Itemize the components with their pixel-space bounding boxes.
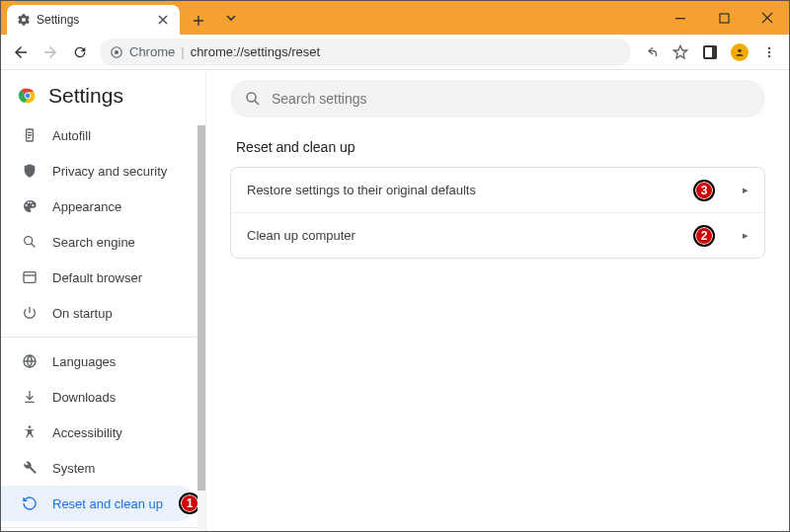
- window-titlebar: Settings: [1, 1, 789, 35]
- svg-rect-0: [675, 18, 685, 19]
- wrench-icon: [21, 459, 39, 477]
- chrome-scheme-icon: [110, 45, 123, 59]
- back-button[interactable]: [7, 38, 35, 66]
- profile-avatar-button[interactable]: [726, 38, 753, 66]
- svg-rect-12: [24, 272, 36, 283]
- sidebar-scrollbar-thumb[interactable]: [198, 125, 205, 491]
- search-icon: [244, 90, 262, 108]
- annotation-marker-3: 3: [693, 180, 715, 201]
- browser-tab-settings[interactable]: Settings: [7, 5, 180, 35]
- url-path: chrome://settings/reset: [191, 44, 321, 59]
- shield-icon: [21, 162, 39, 180]
- avatar-icon: [731, 43, 749, 61]
- sidebar: Settings Autofill Privacy and security A…: [1, 70, 206, 531]
- sidebar-item-label: Search engine: [52, 235, 135, 250]
- close-icon[interactable]: [156, 13, 170, 27]
- row-restore-defaults[interactable]: Restore settings to their original defau…: [231, 168, 764, 212]
- section-title: Reset and clean up: [236, 139, 765, 155]
- sidebar-item-label: Autofill: [52, 128, 91, 143]
- address-bar: Chrome | chrome://settings/reset: [1, 35, 789, 70]
- row-clean-up-computer[interactable]: Clean up computer 2 ▸: [231, 212, 764, 258]
- svg-point-14: [29, 425, 32, 428]
- reset-card: Restore settings to their original defau…: [230, 167, 765, 259]
- chrome-menu-button[interactable]: [755, 38, 783, 66]
- tab-strip: Settings: [1, 1, 209, 35]
- content-area: Settings Autofill Privacy and security A…: [1, 70, 789, 531]
- tab-title: Settings: [37, 13, 150, 27]
- sidebar-item-search-engine[interactable]: Search engine: [1, 224, 205, 260]
- sidebar-item-autofill[interactable]: Autofill: [1, 117, 205, 153]
- reload-button[interactable]: [66, 38, 94, 66]
- svg-point-7: [768, 54, 770, 56]
- sidebar-item-label: Privacy and security: [52, 164, 167, 179]
- sidebar-item-privacy[interactable]: Privacy and security: [1, 153, 205, 189]
- new-tab-button[interactable]: [188, 10, 209, 32]
- sidebar-item-label: Default browser: [52, 270, 142, 285]
- sidebar-item-label: On startup: [52, 306, 113, 321]
- search-settings-box[interactable]: [230, 80, 765, 117]
- chrome-logo-icon: [17, 85, 39, 107]
- sidebar-item-label: Reset and clean up: [52, 496, 163, 511]
- nav-divider: [1, 337, 205, 338]
- url-field[interactable]: Chrome | chrome://settings/reset: [100, 38, 631, 66]
- bookmark-button[interactable]: [667, 38, 694, 66]
- url-scheme: Chrome: [129, 44, 175, 59]
- sidebar-scrollbar[interactable]: [198, 125, 205, 531]
- accessibility-icon: [21, 423, 39, 441]
- clipboard-icon: [21, 126, 39, 144]
- download-icon: [21, 388, 39, 406]
- gear-icon: [17, 13, 31, 27]
- row-label: Restore settings to their original defau…: [247, 183, 743, 197]
- power-icon: [21, 304, 39, 322]
- main-panel: Reset and clean up Restore settings to t…: [206, 70, 789, 531]
- search-settings-input[interactable]: [272, 91, 751, 107]
- url-divider: |: [181, 44, 184, 59]
- sidebar-item-default-browser[interactable]: Default browser: [1, 260, 205, 295]
- toolbar-right-icons: [637, 38, 783, 66]
- row-label: Clean up computer: [247, 228, 743, 243]
- sidebar-item-on-startup[interactable]: On startup: [1, 295, 205, 331]
- svg-point-11: [25, 237, 33, 245]
- side-nav: Autofill Privacy and security Appearance…: [1, 117, 205, 531]
- sidebar-item-system[interactable]: System: [1, 450, 205, 486]
- sidebar-item-label: System: [52, 461, 95, 476]
- svg-point-17: [247, 93, 256, 102]
- svg-point-6: [768, 50, 770, 52]
- chevron-right-icon: ▸: [743, 184, 749, 196]
- restore-icon: [21, 494, 39, 512]
- nav-divider: [1, 527, 205, 528]
- annotation-marker-2: 2: [693, 225, 715, 247]
- close-window-button[interactable]: [746, 1, 789, 35]
- maximize-button[interactable]: [702, 1, 746, 35]
- svg-rect-1: [720, 14, 729, 23]
- search-icon: [21, 233, 39, 251]
- brand-title: Settings: [48, 84, 123, 108]
- svg-point-4: [738, 48, 741, 51]
- forward-button[interactable]: [37, 38, 64, 66]
- sidebar-item-downloads[interactable]: Downloads: [1, 379, 205, 415]
- tab-search-button[interactable]: [209, 1, 253, 35]
- sidepanel-button[interactable]: [696, 38, 724, 66]
- globe-icon: [21, 352, 39, 370]
- search-row: [230, 80, 765, 117]
- sidebar-item-appearance[interactable]: Appearance: [1, 189, 205, 224]
- sidebar-item-label: Accessibility: [52, 425, 122, 440]
- sidebar-item-label: Appearance: [52, 199, 121, 214]
- palette-icon: [21, 197, 39, 215]
- svg-point-3: [115, 49, 118, 53]
- svg-point-5: [768, 46, 770, 48]
- share-button[interactable]: [637, 38, 665, 66]
- window-controls: [659, 1, 789, 35]
- chevron-right-icon: ▸: [743, 229, 749, 242]
- brand-row: Settings: [1, 70, 205, 117]
- sidebar-item-languages[interactable]: Languages: [1, 343, 205, 379]
- sidebar-item-accessibility[interactable]: Accessibility: [1, 415, 205, 450]
- minimize-button[interactable]: [659, 1, 702, 35]
- sidebar-item-label: Downloads: [52, 390, 116, 405]
- sidebar-item-label: Languages: [52, 354, 116, 369]
- sidebar-item-reset-clean-up[interactable]: Reset and clean up 1: [1, 486, 196, 521]
- browser-icon: [21, 268, 39, 286]
